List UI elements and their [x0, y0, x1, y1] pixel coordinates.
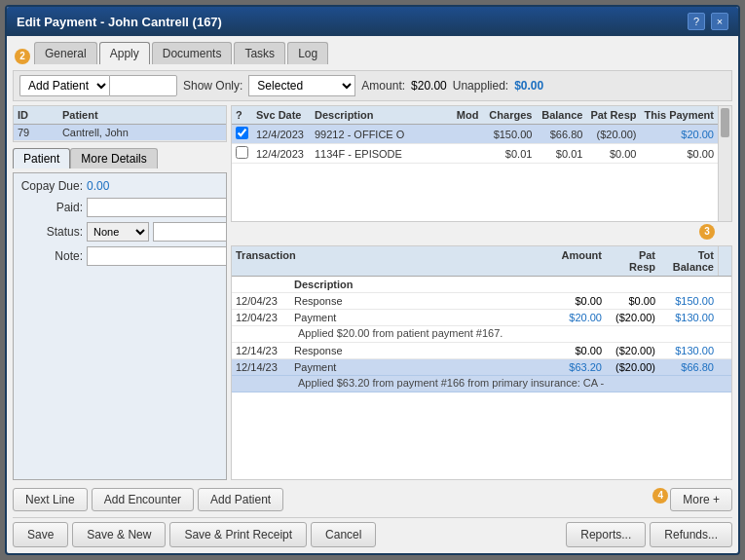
trans-patresp: $0.00 [606, 293, 659, 309]
show-only-select[interactable]: Selected All Unselected [248, 75, 355, 96]
title-bar-controls: ? × [688, 13, 728, 30]
trans-amount: $0.00 [552, 293, 606, 309]
tab-log[interactable]: Log [287, 42, 328, 64]
save-print-button[interactable]: Save & Print Receipt [169, 522, 307, 547]
tab-apply[interactable]: Apply [99, 42, 150, 64]
detail-tabs: Patient More Details [13, 148, 227, 168]
trans-desc: Payment [290, 310, 552, 325]
charges-col-desc: Description [311, 106, 453, 125]
charges-col-check: ? [232, 106, 252, 125]
trans-col-transaction: Transaction [232, 246, 290, 276]
mod [453, 144, 483, 164]
trans-desc: Response [290, 293, 552, 309]
tab-documents[interactable]: Documents [152, 42, 233, 64]
charges-col-mod: Mod [453, 106, 483, 125]
trans-row: 12/14/23 Payment $63.20 ($20.00) $66.80 [232, 359, 731, 376]
transaction-section: Transaction Amount Pat Resp Tot Balance … [231, 245, 732, 480]
add-patient-select[interactable]: Add Patient [19, 75, 109, 96]
title-bar: Edit Payment - John Cantrell (167) ? × [7, 7, 738, 36]
tab-tasks[interactable]: Tasks [234, 42, 285, 64]
trans-date: 12/04/23 [232, 310, 290, 325]
cancel-button[interactable]: Cancel [311, 522, 376, 547]
left-panel: ID Patient 79 Cantrell, John [13, 105, 227, 480]
charges-col-balance: Balance [536, 106, 586, 125]
close-button[interactable]: × [711, 13, 728, 30]
note-label: Note: [19, 249, 83, 263]
annotation-4: 4 [652, 488, 668, 504]
trans-patresp: ($20.00) [606, 343, 659, 358]
status-label: Status: [19, 225, 83, 239]
trans-col-amount: Amount [552, 246, 606, 276]
trans-desc: Payment [290, 359, 552, 375]
balance: $66.80 [536, 125, 586, 144]
trans-note: Applied $20.00 from patient payment #167… [232, 326, 731, 343]
status-extra-input[interactable]: 0 - None [153, 222, 227, 242]
trans-row: 12/04/23 Payment $20.00 ($20.00) $130.00 [232, 310, 731, 326]
detail-panel: Copay Due: 0.00 Paid: 0.00 Status: None … [13, 172, 227, 480]
charges-col-thispayment: This Payment [640, 106, 718, 125]
add-patient-button[interactable]: Add Patient [198, 488, 283, 511]
copay-due-label: Copay Due: [19, 179, 83, 193]
row-checkbox[interactable] [236, 146, 248, 159]
charges-section: ? Svc Date Description Mod Charges Balan… [231, 105, 732, 222]
amount-label: Amount: [361, 79, 405, 93]
note-input[interactable] [87, 246, 227, 266]
charges-table: ? Svc Date Description Mod Charges Balan… [231, 105, 732, 222]
trans-date: 12/04/23 [232, 293, 290, 309]
window-content: 2 General Apply Documents Tasks Log Add … [7, 36, 738, 553]
trans-date: 12/14/23 [232, 343, 290, 358]
help-button[interactable]: ? [688, 13, 705, 30]
more-button[interactable]: More + [670, 488, 732, 511]
save-button[interactable]: Save [13, 522, 68, 547]
paid-label: Paid: [19, 201, 83, 214]
trans-row: 12/04/23 Response $0.00 $0.00 $150.00 [232, 293, 731, 310]
charges-scrollbar[interactable] [718, 106, 731, 221]
status-select[interactable]: None Active Inactive [87, 222, 149, 242]
trans-patresp: ($20.00) [606, 359, 659, 375]
tab-general[interactable]: General [34, 42, 97, 64]
trans-note-highlighted: Applied $63.20 from payment #166 from pr… [232, 376, 731, 392]
row-checkbox[interactable] [236, 127, 248, 139]
show-only-label: Show Only: [183, 79, 242, 93]
next-line-button[interactable]: Next Line [13, 488, 88, 511]
paid-input[interactable]: 0.00 [87, 198, 227, 217]
patient-col-name: Patient [58, 106, 226, 125]
charges: $150.00 [482, 125, 536, 144]
trans-col-totbal: Tot Balance [659, 246, 718, 276]
tab-more-details[interactable]: More Details [70, 148, 157, 168]
right-panel: ? Svc Date Description Mod Charges Balan… [231, 105, 732, 480]
table-row[interactable]: 79 Cantrell, John [14, 125, 226, 141]
add-encounter-button[interactable]: Add Encounter [92, 488, 194, 511]
trans-amount: $20.00 [552, 310, 606, 325]
patient-table: ID Patient 79 Cantrell, John [13, 105, 227, 142]
trans-totbal: $66.80 [659, 359, 718, 375]
svc-date: 12/4/2023 [252, 125, 311, 144]
status-row: Status: None Active Inactive 0 - None [19, 222, 220, 242]
trans-totbal: $150.00 [659, 293, 718, 309]
copay-due-row: Copay Due: 0.00 [19, 179, 220, 193]
trans-amount: $0.00 [552, 343, 606, 358]
table-row[interactable]: 12/4/2023 1134F - EPISODE $0.01 $0.01 $0… [232, 144, 718, 164]
window-title: Edit Payment - John Cantrell (167) [17, 15, 222, 29]
transaction-body: 12/04/23 Response $0.00 $0.00 $150.00 12… [232, 293, 731, 479]
action-bar: Next Line Add Encounter Add Patient 4 Mo… [13, 484, 732, 513]
refunds-button[interactable]: Refunds... [650, 522, 732, 547]
tab-patient[interactable]: Patient [13, 148, 70, 168]
patient-col-id: ID [14, 106, 58, 125]
paid-row: Paid: 0.00 [19, 198, 220, 217]
trans-col-desc [290, 246, 552, 276]
save-new-button[interactable]: Save & New [72, 522, 166, 547]
trans-date: 12/14/23 [232, 359, 290, 375]
trans-col-patresp: Pat Resp [606, 246, 659, 276]
status-group: None Active Inactive 0 - None [87, 222, 227, 242]
pat-resp: $0.00 [586, 144, 640, 164]
trans-sub-header: Description [290, 277, 552, 292]
table-row[interactable]: 12/4/2023 99212 - OFFICE O $150.00 $66.8… [232, 125, 718, 144]
description: 99212 - OFFICE O [311, 125, 453, 144]
trans-scrollbar[interactable] [731, 245, 732, 480]
add-patient-group: Add Patient [19, 75, 177, 96]
reports-button[interactable]: Reports... [566, 522, 646, 547]
trans-amount: $63.20 [552, 359, 606, 375]
annotation-2: 2 [15, 49, 30, 64]
patient-search-input[interactable] [109, 75, 177, 96]
